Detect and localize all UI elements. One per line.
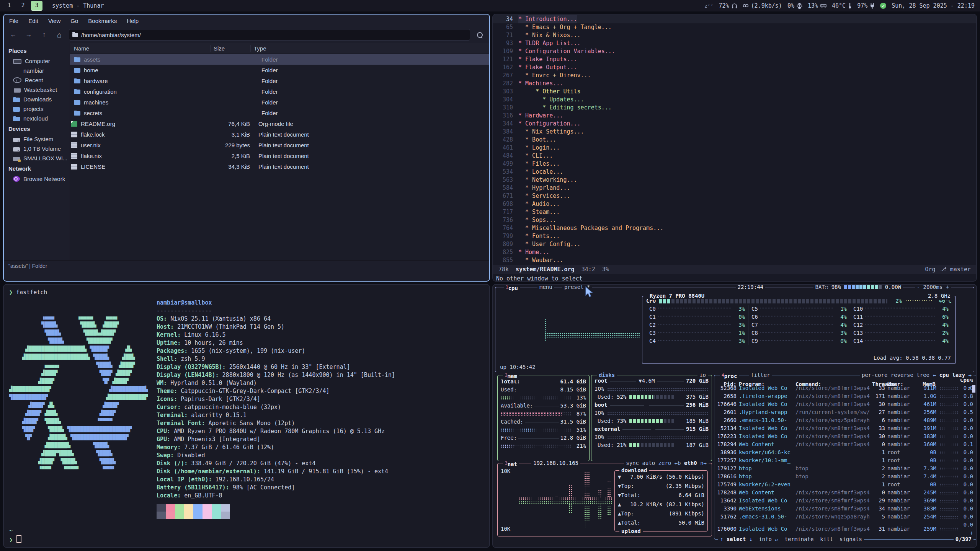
file-row[interactable]: configuration Folder: [70, 86, 489, 97]
process-row[interactable]: 179127 btop btop 2 nambiar 7.3M 0.0: [714, 465, 977, 473]
sidebar-item[interactable]: Recent: [4, 75, 70, 85]
cpu-box-title[interactable]: 1cpu: [504, 284, 520, 292]
path-bar[interactable]: /home/nambiar/system/: [69, 29, 470, 41]
process-row[interactable]: 3390 WebExtensions /nix/store/sm8fmrf3wp…: [714, 505, 977, 513]
sidebar-item[interactable]: Wastebasket: [4, 85, 70, 95]
file-row[interactable]: LICENSE 34,3 KiB Plain text document: [70, 161, 489, 172]
file-row[interactable]: secrets Folder: [70, 108, 489, 118]
process-row[interactable]: 175749 kworker/6:2-even 1 root 0B 0.0: [714, 481, 977, 489]
process-row[interactable]: 176000 Isolated Web Co /nix/store/sm8fmr…: [714, 521, 977, 529]
workspace-button[interactable]: 3: [31, 1, 42, 11]
line-number: 34: [493, 15, 518, 23]
menu-item[interactable]: View: [48, 18, 60, 24]
org-buffer[interactable]: 34 * Introduction... 65 * Emacs + Org + …: [493, 15, 976, 265]
process-row[interactable]: 176646 Isolated Web Co /nix/store/sm8fmr…: [714, 400, 977, 408]
process-row[interactable]: 2660 .emacs-31.0.50- /nix/store/wnqz5pa8…: [714, 416, 977, 424]
process-row[interactable]: 13642 Isolated Web Co /nix/store/sm8fmrf…: [714, 497, 977, 505]
back-button[interactable]: ←: [8, 29, 19, 40]
idle-inhibit-indicator[interactable]: zᶻᶻ: [704, 3, 713, 9]
menu-item[interactable]: File: [9, 18, 18, 24]
battery-block: [867, 285, 870, 289]
menu-item[interactable]: Bookmarks: [88, 18, 117, 24]
column-headers: Name Size Type: [70, 43, 489, 54]
mem-box-title[interactable]: 2mem: [503, 371, 519, 380]
forward-button[interactable]: →: [23, 29, 34, 40]
sidebar-item[interactable]: nambiar: [4, 66, 70, 75]
column-type[interactable]: Type: [250, 45, 489, 52]
org-heading: * Networking...: [518, 176, 577, 184]
proc-actions[interactable]: ↑ select ↓ info ↵ terminate kill signals: [718, 535, 864, 543]
sidebar-item-icon: [13, 107, 20, 112]
proc-options[interactable]: per-core reverse tree: [860, 371, 931, 379]
workspace-button[interactable]: 2: [17, 1, 29, 10]
sidebar-item[interactable]: nextcloud: [4, 114, 70, 123]
shell-prompt[interactable]: ❯: [9, 535, 484, 544]
line-number: 344: [493, 120, 518, 128]
file-row[interactable]: assets Folder: [70, 54, 489, 65]
menu-item[interactable]: Go: [70, 18, 78, 24]
mem-entry: Available:53.3 GiB 87%: [498, 402, 589, 418]
sidebar-item[interactable]: Browse Network: [4, 174, 70, 184]
sidebar-item[interactable]: Computer: [4, 56, 70, 66]
sidebar-item[interactable]: 1,0 TB Volume: [4, 144, 70, 153]
disks-box-title[interactable]: disks: [597, 371, 617, 379]
drive-icon: [13, 157, 20, 161]
process-row[interactable]: 52368 Isolated Web Co /nix/store/sm8fmrf…: [714, 384, 977, 392]
menu-button[interactable]: menu: [537, 284, 554, 291]
search-button[interactable]: [474, 29, 485, 40]
terminal-window[interactable]: ❯ fastfetch ▗▄▄▄ ▗▄▄▄▄ ▄▄▄▖ ▜███▙ ▜███▙ …: [3, 284, 490, 548]
org-heading-line: 428 * Boot...: [493, 136, 976, 144]
process-row[interactable]: 177257 kworker/10:1-mm_ 1 root 0B 0.0: [714, 456, 977, 465]
process-row[interactable]: 2658 .firefox-wrappe /nix/store/sm8fmrf3…: [714, 392, 977, 400]
file-row[interactable]: flake.lock 3,1 KiB Plain text document: [70, 129, 489, 140]
workspace-button[interactable]: 1: [3, 1, 15, 10]
org-heading-line: 799 * Fonts...: [493, 232, 976, 240]
sidebar-item[interactable]: SMALLBOX Wi...: [4, 153, 70, 163]
sort-selector[interactable]: ← cpu lazy →: [931, 371, 973, 379]
org-heading-line: 764 * Miscellaneous Packages and Program…: [493, 224, 976, 232]
gpu-indicator[interactable]: 0%: [787, 2, 802, 9]
home-button[interactable]: ⌂: [54, 29, 65, 40]
process-row[interactable]: 178248 Web Content /nix/store/sm8fmrf3wp…: [714, 489, 977, 497]
temperature-indicator[interactable]: 46°C: [832, 2, 852, 9]
process-row[interactable]: 2601 .Hyprland-wrapp /run/current-system…: [714, 408, 977, 416]
memory-indicator[interactable]: 13%: [808, 2, 826, 9]
process-row[interactable]: 178616 btop btop 2 nambiar 7.4M 0.0: [714, 473, 977, 481]
sidebar-item-label: Recent: [25, 77, 43, 83]
column-size[interactable]: Size: [210, 45, 250, 52]
org-heading-line: 162 * Flake Output...: [493, 64, 976, 72]
sidebar-item-label: Browse Network: [23, 176, 65, 182]
file-row[interactable]: user.nix 229 bytes Plain text document: [70, 140, 489, 150]
file-row[interactable]: machines Folder: [70, 97, 489, 108]
org-heading-line: 563 * Networking...: [493, 176, 976, 184]
volume-indicator[interactable]: 72%: [719, 2, 737, 9]
systemd-ok-indicator[interactable]: [880, 3, 886, 9]
file-row[interactable]: flake.nix 2,5 KiB Plain text document: [70, 150, 489, 161]
menu-item[interactable]: Help: [127, 18, 139, 24]
menu-item[interactable]: Edit: [28, 18, 38, 24]
io-mode-button[interactable]: io: [697, 371, 708, 379]
process-row[interactable]: 176223 Isolated Web Co /nix/store/sm8fmr…: [714, 432, 977, 440]
sidebar-item[interactable]: Downloads: [4, 95, 70, 104]
process-row[interactable]: 51762 .emacs-31.0.50- /nix/store/wnqz5pa…: [714, 513, 977, 521]
network-indicator[interactable]: (2.9kb/s): [743, 2, 782, 9]
process-row[interactable]: 52134 Isolated Web Co /nix/store/sm8fmrf…: [714, 424, 977, 432]
process-row[interactable]: 38936 kworker/u64:6-kc 1 root 0B 0.0: [714, 448, 977, 456]
battery-indicator[interactable]: 97%: [857, 2, 875, 9]
column-name[interactable]: Name: [70, 45, 210, 52]
filter-button[interactable]: filter: [749, 371, 772, 379]
proc-scrollbar[interactable]: [972, 385, 975, 393]
sidebar-item[interactable]: File System: [4, 134, 70, 144]
file-row[interactable]: hardware Folder: [70, 75, 489, 86]
file-row[interactable]: home Folder: [70, 65, 489, 75]
file-name: hardware: [84, 78, 210, 84]
sidebar-item[interactable]: projects: [4, 104, 70, 114]
up-button[interactable]: ↑: [38, 29, 50, 40]
update-interval[interactable]: - 2000ms +: [915, 284, 951, 291]
workspace-switcher: 123: [2, 1, 44, 11]
net-options[interactable]: sync auto zero ←b eth0 n→: [624, 459, 709, 467]
process-row[interactable]: 178294 Web Content /nix/store/sm8fmrf3wp…: [714, 440, 977, 448]
file-row[interactable]: README.org 76,4 KiB Org-mode file: [70, 118, 489, 129]
process-list: 52368 Isolated Web Co /nix/store/sm8fmrf…: [714, 384, 977, 529]
proc-box-title[interactable]: 4proc: [720, 371, 739, 380]
